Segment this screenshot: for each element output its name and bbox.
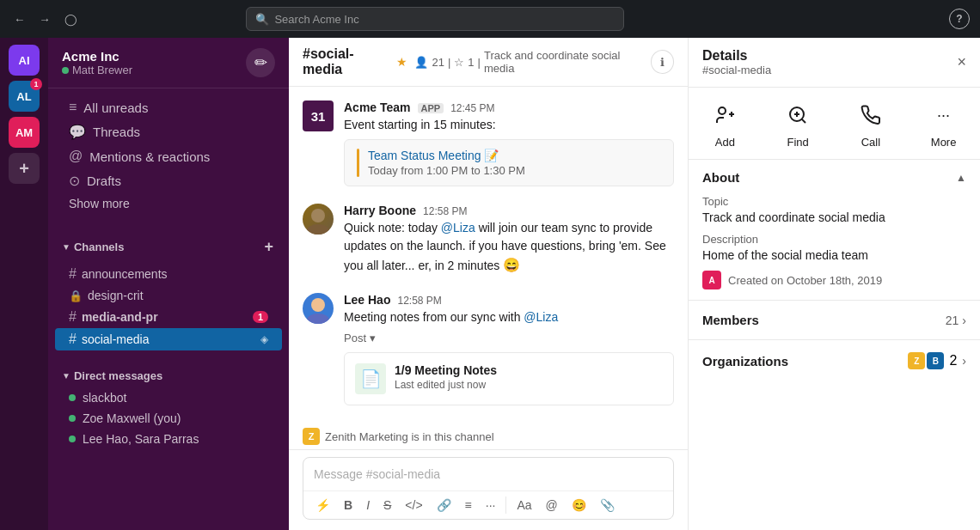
- event-card[interactable]: Team Status Meeting 📝 Today from 1:00 PM…: [344, 139, 674, 186]
- workspace-ai[interactable]: AI: [9, 45, 40, 76]
- post-icon: 📄: [355, 363, 386, 394]
- back-button[interactable]: ←: [10, 9, 28, 29]
- sidebar-item-drafts[interactable]: ⊙ Drafts: [55, 168, 282, 193]
- svg-line-8: [802, 119, 805, 123]
- find-action[interactable]: Find: [762, 98, 835, 149]
- channels-section: ▼ Channels + # announcements 🔒 design-cr…: [48, 224, 289, 357]
- list-button[interactable]: ≡: [460, 495, 477, 515]
- svg-point-0: [311, 209, 325, 222]
- about-chevron-icon: ▲: [956, 172, 966, 184]
- details-header: Details #social-media ×: [689, 38, 980, 88]
- workspace-name: Acme Inc: [62, 49, 132, 64]
- channel-announcements[interactable]: # announcements: [55, 263, 282, 285]
- link-button[interactable]: 🔗: [432, 495, 456, 515]
- sidebar-item-mentions[interactable]: @ Mentions & reactions: [55, 144, 282, 168]
- find-label: Find: [787, 136, 808, 149]
- add-channel-button[interactable]: +: [262, 236, 275, 258]
- media-pr-badge: 1: [253, 311, 268, 323]
- message-input[interactable]: [314, 467, 663, 481]
- find-icon: [781, 98, 815, 132]
- dm-zoe-maxwell[interactable]: Zoe Maxwell (you): [55, 408, 282, 429]
- message-toolbar: ⚡ B I S </> 🔗 ≡ ··· Aa @ 😊 📎: [303, 490, 673, 519]
- sidebar-item-threads[interactable]: 💬 Threads: [55, 119, 282, 144]
- workspace-al[interactable]: AL 1: [9, 81, 40, 112]
- search-bar: 🔍: [246, 7, 624, 31]
- organizations-section[interactable]: Organizations Z B 2 ›: [689, 340, 980, 381]
- org-avatars: Z B: [908, 352, 944, 369]
- event-bar: [357, 149, 359, 177]
- zenith-avatar: Z: [303, 428, 320, 445]
- app-badge: APP: [418, 103, 444, 113]
- message-input-area: ⚡ B I S </> 🔗 ≡ ··· Aa @ 😊 📎: [289, 449, 688, 530]
- message-author: Acme Team: [344, 101, 411, 114]
- italic-button[interactable]: I: [361, 495, 375, 515]
- post-meta: Last edited just now: [395, 379, 497, 391]
- channel-info-button[interactable]: ℹ: [651, 50, 674, 74]
- message-content: Harry Boone 12:58 PM Quick note: today @…: [344, 204, 674, 276]
- more-action[interactable]: ··· More: [907, 98, 980, 149]
- details-close-button[interactable]: ×: [957, 53, 966, 71]
- about-section-header[interactable]: About ▲: [689, 160, 980, 195]
- acme-team-avatar: 31: [303, 101, 334, 131]
- code-button[interactable]: </>: [400, 495, 427, 515]
- emoji-button[interactable]: 😊: [567, 495, 591, 515]
- more-format-button[interactable]: ···: [481, 495, 501, 515]
- members-section[interactable]: Members 21 ›: [689, 301, 980, 340]
- channel-media-and-pr[interactable]: # media-and-pr 1: [55, 306, 282, 328]
- message-author: Lee Hao: [344, 293, 390, 307]
- sidebar: Acme Inc Matt Brewer ✏ ≡ All unreads �: [48, 38, 289, 530]
- about-section: About ▲ Topic Track and coordinate socia…: [689, 160, 980, 301]
- add-workspace-button[interactable]: +: [9, 153, 40, 184]
- bold-button[interactable]: B: [339, 495, 358, 515]
- forward-button[interactable]: →: [35, 9, 53, 29]
- dm-slackbot[interactable]: slackbot: [55, 387, 282, 408]
- online-indicator: [62, 67, 69, 74]
- call-label: Call: [861, 136, 880, 149]
- chevron-down-icon: ▾: [370, 332, 376, 344]
- channel-meta: 👤 21 | ☆ 1 | Track and coordinate social…: [414, 49, 644, 75]
- post-card[interactable]: 📄 1/9 Meeting Notes Last edited just now: [344, 352, 674, 405]
- search-input[interactable]: [274, 13, 615, 26]
- text-format-button[interactable]: Aa: [511, 495, 536, 515]
- dm-section-header[interactable]: ▼ Direct messages: [48, 364, 289, 387]
- channel-social-media[interactable]: # social-media ◈: [55, 328, 282, 350]
- add-member-action[interactable]: Add: [689, 98, 762, 149]
- history-button[interactable]: ◯: [61, 9, 81, 29]
- channel-design-crit[interactable]: 🔒 design-crit: [55, 285, 282, 306]
- lightning-button[interactable]: ⚡: [310, 495, 335, 515]
- post-toggle[interactable]: Post ▾: [344, 332, 376, 344]
- show-more-button[interactable]: Show more: [55, 193, 282, 217]
- call-action[interactable]: Call: [835, 98, 908, 149]
- event-time: Today from 1:00 PM to 1:30 PM: [368, 164, 525, 177]
- topic-field: Topic Track and coordinate social media: [702, 195, 966, 224]
- channels-section-header[interactable]: ▼ Channels +: [48, 231, 289, 263]
- online-dot-icon: [69, 436, 76, 442]
- active-indicator-icon: ◈: [260, 333, 268, 345]
- about-section-title: About: [702, 170, 739, 185]
- details-channel-ref: #social-media: [702, 64, 771, 76]
- workspace-am[interactable]: AM: [9, 117, 40, 148]
- attach-button[interactable]: 📎: [595, 495, 620, 515]
- description-field: Description Home of the social media tea…: [702, 233, 966, 262]
- message-input-box: ⚡ B I S </> 🔗 ≡ ··· Aa @ 😊 📎: [303, 457, 674, 520]
- members-icon: 👤: [414, 56, 428, 69]
- message-acme-team: 31 Acme Team APP 12:45 PM Event starting…: [303, 101, 674, 186]
- channel-title: #social-media: [303, 46, 389, 77]
- topic-value: Track and coordinate social media: [702, 210, 966, 224]
- search-icon: 🔍: [255, 13, 269, 26]
- dm-lee-sara[interactable]: Lee Hao, Sara Parras: [55, 429, 282, 449]
- message-author: Harry Boone: [344, 204, 416, 217]
- channel-star-icon[interactable]: ★: [396, 55, 407, 69]
- topic-label: Topic: [702, 195, 966, 208]
- workspace-info[interactable]: Acme Inc Matt Brewer: [62, 49, 132, 76]
- compose-button[interactable]: ✏: [246, 48, 275, 77]
- help-button[interactable]: ?: [949, 9, 970, 29]
- sidebar-item-all-unreads[interactable]: ≡ All unreads: [55, 95, 282, 119]
- strikethrough-button[interactable]: S: [378, 495, 396, 515]
- message-time: 12:58 PM: [397, 295, 441, 307]
- hash-icon: #: [69, 332, 77, 347]
- mention-button[interactable]: @: [541, 495, 563, 515]
- details-panel: Details #social-media × Add Find: [688, 38, 980, 530]
- description-label: Description: [702, 233, 966, 246]
- members-chevron-icon: ›: [962, 314, 966, 327]
